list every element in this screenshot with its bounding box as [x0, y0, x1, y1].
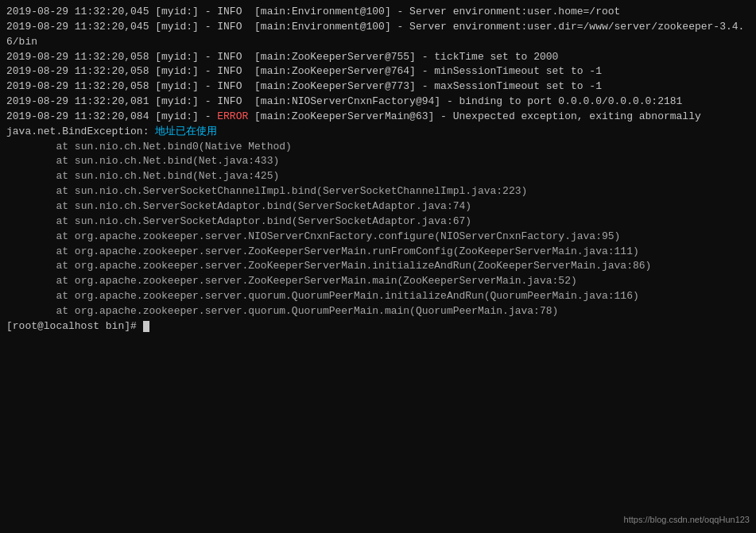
terminal-line: java.net.BindException: 地址已在使用 — [6, 125, 750, 140]
terminal-line: 2019-08-29 11:32:20,058 [myid:] - INFO [… — [6, 50, 750, 65]
terminal-line: at org.apache.zookeeper.server.quorum.Qu… — [6, 289, 750, 304]
terminal-line: at sun.nio.ch.Net.bind(Net.java:433) — [6, 154, 750, 169]
terminal-line: 2019-08-29 11:32:20,084 [myid:] - ERROR … — [6, 110, 750, 125]
terminal-line: 2019-08-29 11:32:20,045 [myid:] - INFO [… — [6, 20, 750, 50]
terminal-content: 2019-08-29 11:32:20,045 [myid:] - INFO [… — [6, 5, 750, 334]
terminal-line: at sun.nio.ch.ServerSocketAdaptor.bind(S… — [6, 214, 750, 230]
terminal-line: 2019-08-29 11:32:20,058 [myid:] - INFO [… — [6, 79, 750, 95]
terminal-line: at org.apache.zookeeper.server.quorum.Qu… — [6, 304, 750, 319]
terminal-line: at org.apache.zookeeper.server.ZooKeeper… — [6, 259, 750, 274]
terminal-line: [root@localhost bin]# — [6, 319, 750, 334]
terminal-line: 2019-08-29 11:32:20,058 [myid:] - INFO [… — [6, 64, 750, 79]
terminal-window: 2019-08-29 11:32:20,045 [myid:] - INFO [… — [0, 0, 756, 533]
terminal-line: at org.apache.zookeeper.server.ZooKeeper… — [6, 245, 750, 260]
terminal-line: at org.apache.zookeeper.server.NIOServer… — [6, 230, 750, 245]
terminal-line: at sun.nio.ch.Net.bind(Net.java:425) — [6, 169, 750, 184]
terminal-line: 2019-08-29 11:32:20,081 [myid:] - INFO [… — [6, 95, 750, 110]
terminal-line: at sun.nio.ch.Net.bind0(Native Method) — [6, 140, 750, 155]
watermark: https://blog.csdn.net/oqqHun123 — [624, 514, 750, 527]
terminal-line: 2019-08-29 11:32:20,045 [myid:] - INFO [… — [6, 5, 750, 20]
terminal-line: at sun.nio.ch.ServerSocketChannelImpl.bi… — [6, 184, 750, 199]
cursor — [143, 321, 149, 332]
terminal-line: at org.apache.zookeeper.server.ZooKeeper… — [6, 274, 750, 289]
terminal-line: at sun.nio.ch.ServerSocketAdaptor.bind(S… — [6, 199, 750, 214]
